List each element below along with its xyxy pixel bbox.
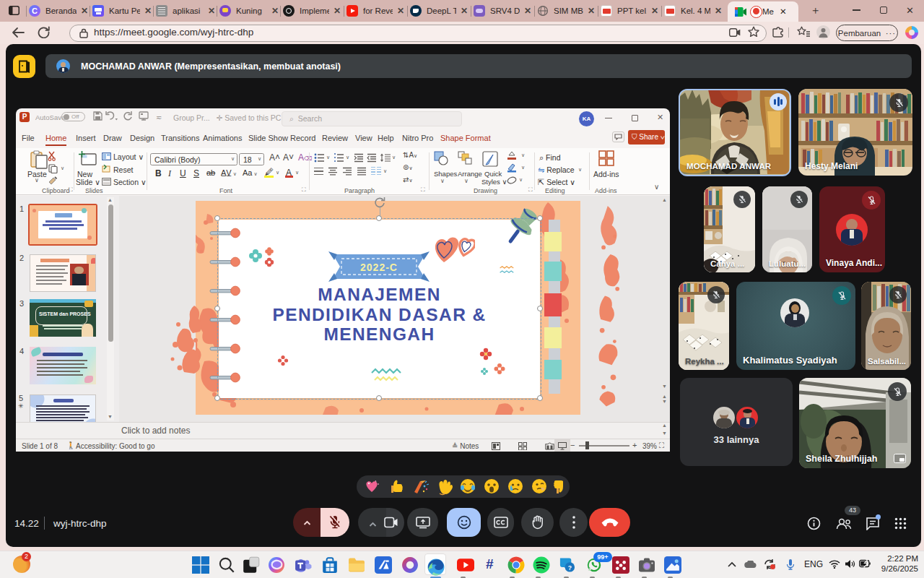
svg-text:?: ? <box>568 564 572 571</box>
